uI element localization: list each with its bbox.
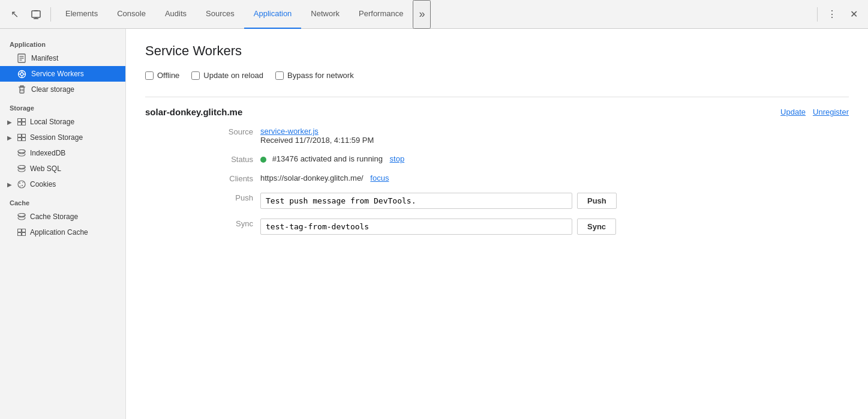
- cookies-icon: [17, 179, 26, 189]
- svg-rect-36: [22, 233, 26, 236]
- svg-rect-35: [18, 233, 22, 236]
- tab-performance[interactable]: Performance: [349, 0, 413, 29]
- indexeddb-icon: [17, 148, 26, 158]
- worker-actions: Update Unregister: [780, 107, 849, 116]
- focus-link[interactable]: focus: [370, 173, 389, 182]
- source-value: service-worker.js Received 11/7/2018, 4:…: [260, 127, 849, 145]
- sidebar-item-clear-storage[interactable]: Clear storage: [0, 82, 125, 97]
- device-icon[interactable]: [26, 5, 46, 24]
- sync-input-row: Sync: [260, 219, 849, 235]
- source-link[interactable]: service-worker.js: [260, 127, 319, 136]
- svg-rect-22: [22, 134, 26, 137]
- clear-storage-label: Clear storage: [31, 85, 74, 94]
- svg-point-27: [18, 181, 25, 188]
- session-storage-icon: [17, 133, 26, 142]
- tab-application[interactable]: Application: [244, 0, 302, 29]
- tab-audits[interactable]: Audits: [155, 0, 196, 29]
- tab-console[interactable]: Console: [107, 0, 155, 29]
- svg-point-26: [18, 166, 25, 169]
- status-description: activated and is running: [301, 154, 383, 163]
- dots-menu-button[interactable]: ⋮: [822, 5, 842, 24]
- local-storage-icon: [17, 117, 26, 127]
- received-text: Received 11/7/2018, 4:11:59 PM: [260, 136, 374, 145]
- push-input[interactable]: [260, 193, 572, 209]
- main-layout: Application Manifest: [0, 29, 868, 419]
- push-input-row: Push: [260, 193, 849, 209]
- cursor-icon[interactable]: ↖: [5, 5, 24, 24]
- push-button[interactable]: Push: [577, 193, 617, 209]
- toolbar-divider: [50, 7, 51, 22]
- bypass-for-network-checkbox[interactable]: [275, 71, 284, 80]
- source-label: Source: [193, 127, 253, 145]
- session-storage-label: Session Storage: [30, 133, 83, 142]
- tab-network[interactable]: Network: [301, 0, 349, 29]
- bypass-for-network-checkbox-item[interactable]: Bypass for network: [275, 71, 354, 80]
- indexeddb-label: IndexedDB: [30, 149, 65, 157]
- sidebar-item-web-sql[interactable]: ▶ Web SQL: [0, 161, 125, 176]
- sidebar-section-cache: Cache: [0, 192, 125, 209]
- offline-checkbox-item[interactable]: Offline: [145, 71, 179, 80]
- page-title: Service Workers: [145, 43, 849, 59]
- local-storage-label: Local Storage: [30, 118, 74, 126]
- svg-point-29: [22, 182, 23, 183]
- svg-rect-20: [22, 122, 26, 125]
- worker-domain-row: solar-donkey.glitch.me Update Unregister: [145, 107, 849, 117]
- application-cache-label: Application Cache: [30, 228, 88, 237]
- worker-card: solar-donkey.glitch.me Update Unregister…: [145, 97, 849, 235]
- sidebar-item-manifest[interactable]: Manifest: [0, 50, 125, 66]
- clear-storage-icon: [17, 85, 26, 94]
- svg-rect-14: [20, 87, 24, 93]
- cache-storage-icon: [17, 212, 26, 222]
- expand-arrow-session: ▶: [7, 134, 13, 141]
- sidebar-item-session-storage[interactable]: ▶ Session Storage: [0, 130, 125, 145]
- svg-rect-18: [22, 119, 26, 122]
- more-tabs-button[interactable]: »: [413, 0, 431, 29]
- offline-label: Offline: [157, 71, 179, 80]
- offline-checkbox[interactable]: [145, 71, 154, 80]
- clients-label: Clients: [193, 173, 253, 183]
- close-button[interactable]: ✕: [844, 5, 863, 24]
- svg-point-32: [18, 214, 25, 217]
- push-label: Push: [193, 193, 253, 209]
- update-link[interactable]: Update: [780, 107, 806, 116]
- sidebar-item-indexeddb[interactable]: ▶ IndexedDB: [0, 145, 125, 161]
- sidebar-item-application-cache[interactable]: ▶ Application Cache: [0, 225, 125, 240]
- sidebar-item-cookies[interactable]: ▶ Cookies: [0, 176, 125, 192]
- stop-link[interactable]: stop: [390, 154, 405, 163]
- clients-value: https://solar-donkey.glitch.me/ focus: [260, 173, 849, 183]
- sidebar-item-local-storage[interactable]: ▶ Local Storage: [0, 114, 125, 130]
- bypass-for-network-label: Bypass for network: [287, 71, 354, 80]
- sidebar-item-cache-storage[interactable]: ▶ Cache Storage: [0, 209, 125, 225]
- update-on-reload-checkbox-item[interactable]: Update on reload: [191, 71, 263, 80]
- update-on-reload-label: Update on reload: [203, 71, 263, 80]
- svg-point-25: [18, 150, 25, 153]
- sync-input[interactable]: [260, 219, 572, 235]
- toolbar: ↖ Elements Console Audits Sources Applic…: [0, 0, 868, 29]
- svg-rect-24: [22, 138, 26, 141]
- sync-button[interactable]: Sync: [577, 219, 616, 235]
- toolbar-divider-right: [817, 7, 818, 22]
- update-on-reload-checkbox[interactable]: [191, 71, 200, 80]
- svg-point-30: [22, 185, 23, 186]
- svg-rect-0: [32, 11, 40, 17]
- worker-domain-text: solar-donkey.glitch.me: [145, 107, 242, 117]
- toolbar-right: ⋮ ✕: [822, 5, 863, 24]
- clients-url: https://solar-donkey.glitch.me/: [260, 173, 364, 182]
- tab-elements[interactable]: Elements: [56, 0, 107, 29]
- sidebar-item-service-workers[interactable]: Service Workers: [0, 66, 125, 82]
- tab-sources[interactable]: Sources: [196, 0, 244, 29]
- svg-point-9: [20, 73, 23, 76]
- push-value: Push: [260, 193, 849, 209]
- manifest-label: Manifest: [31, 54, 58, 62]
- expand-arrow: ▶: [7, 119, 13, 125]
- sidebar: Application Manifest: [0, 29, 126, 419]
- web-sql-icon: [17, 164, 26, 173]
- svg-rect-1: [34, 10, 38, 11]
- worker-details: Source service-worker.js Received 11/7/2…: [193, 127, 849, 235]
- status-id: #13476: [272, 154, 298, 163]
- sidebar-section-application: Application: [0, 34, 125, 50]
- svg-rect-34: [22, 229, 26, 232]
- unregister-link[interactable]: Unregister: [813, 107, 849, 116]
- svg-rect-19: [18, 122, 22, 125]
- svg-rect-17: [18, 119, 22, 122]
